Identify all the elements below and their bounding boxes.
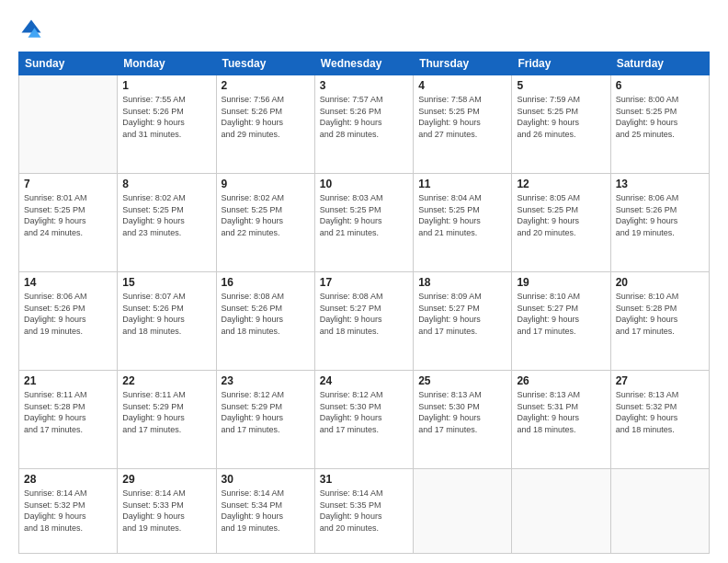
day-info: Sunrise: 8:08 AM Sunset: 5:27 PM Dayligh…	[320, 291, 408, 337]
day-info: Sunrise: 7:58 AM Sunset: 5:25 PM Dayligh…	[418, 94, 506, 140]
calendar-cell: 11Sunrise: 8:04 AM Sunset: 5:25 PM Dayli…	[414, 174, 512, 272]
calendar-cell	[512, 469, 610, 554]
day-number: 9	[222, 178, 310, 190]
day-number: 8	[122, 178, 210, 190]
day-info: Sunrise: 7:59 AM Sunset: 5:25 PM Dayligh…	[517, 94, 605, 140]
day-info: Sunrise: 8:14 AM Sunset: 5:34 PM Dayligh…	[222, 488, 310, 534]
day-info: Sunrise: 8:08 AM Sunset: 5:26 PM Dayligh…	[222, 291, 310, 337]
day-info: Sunrise: 7:56 AM Sunset: 5:26 PM Dayligh…	[222, 94, 310, 140]
day-info: Sunrise: 8:10 AM Sunset: 5:28 PM Dayligh…	[616, 291, 704, 337]
day-info: Sunrise: 8:02 AM Sunset: 5:25 PM Dayligh…	[222, 192, 310, 238]
day-number: 13	[616, 178, 704, 190]
calendar-cell: 4Sunrise: 7:58 AM Sunset: 5:25 PM Daylig…	[414, 75, 512, 174]
day-number: 14	[24, 276, 112, 289]
calendar-cell: 6Sunrise: 8:00 AM Sunset: 5:25 PM Daylig…	[610, 75, 709, 174]
calendar-header-wednesday: Wednesday	[314, 52, 413, 75]
day-info: Sunrise: 7:57 AM Sunset: 5:26 PM Dayligh…	[320, 94, 408, 140]
day-number: 2	[222, 79, 310, 92]
calendar-header-friday: Friday	[512, 52, 610, 75]
svg-marker-0	[22, 20, 41, 33]
day-number: 31	[320, 473, 408, 486]
day-info: Sunrise: 8:07 AM Sunset: 5:26 PM Dayligh…	[122, 291, 210, 337]
day-number: 3	[320, 79, 408, 92]
calendar-cell: 10Sunrise: 8:03 AM Sunset: 5:25 PM Dayli…	[314, 174, 413, 272]
calendar-cell: 21Sunrise: 8:11 AM Sunset: 5:28 PM Dayli…	[19, 371, 118, 469]
calendar-cell: 30Sunrise: 8:14 AM Sunset: 5:34 PM Dayli…	[216, 469, 314, 554]
calendar-cell: 22Sunrise: 8:11 AM Sunset: 5:29 PM Dayli…	[118, 371, 216, 469]
calendar-cell: 8Sunrise: 8:02 AM Sunset: 5:25 PM Daylig…	[118, 174, 216, 272]
calendar-cell: 28Sunrise: 8:14 AM Sunset: 5:32 PM Dayli…	[19, 469, 118, 554]
day-info: Sunrise: 8:13 AM Sunset: 5:32 PM Dayligh…	[616, 389, 704, 435]
day-info: Sunrise: 8:02 AM Sunset: 5:25 PM Dayligh…	[122, 192, 210, 238]
day-number: 7	[24, 178, 112, 190]
calendar-cell: 3Sunrise: 7:57 AM Sunset: 5:26 PM Daylig…	[314, 75, 413, 174]
day-number: 1	[122, 79, 210, 92]
calendar-cell: 5Sunrise: 7:59 AM Sunset: 5:25 PM Daylig…	[512, 75, 610, 174]
day-number: 18	[418, 276, 506, 289]
calendar-cell: 2Sunrise: 7:56 AM Sunset: 5:26 PM Daylig…	[216, 75, 314, 174]
calendar-cell: 13Sunrise: 8:06 AM Sunset: 5:26 PM Dayli…	[610, 174, 709, 272]
day-info: Sunrise: 8:04 AM Sunset: 5:25 PM Dayligh…	[418, 192, 506, 238]
calendar-week-4: 28Sunrise: 8:14 AM Sunset: 5:32 PM Dayli…	[19, 469, 710, 554]
day-number: 23	[222, 374, 310, 387]
calendar-cell: 31Sunrise: 8:14 AM Sunset: 5:35 PM Dayli…	[314, 469, 413, 554]
day-info: Sunrise: 8:09 AM Sunset: 5:27 PM Dayligh…	[418, 291, 506, 337]
day-number: 12	[517, 178, 605, 190]
day-number: 20	[616, 276, 704, 289]
calendar-cell: 24Sunrise: 8:12 AM Sunset: 5:30 PM Dayli…	[314, 371, 413, 469]
day-info: Sunrise: 8:06 AM Sunset: 5:26 PM Dayligh…	[24, 291, 112, 337]
calendar-cell: 7Sunrise: 8:01 AM Sunset: 5:25 PM Daylig…	[19, 174, 118, 272]
day-number: 4	[418, 79, 506, 92]
calendar-week-2: 14Sunrise: 8:06 AM Sunset: 5:26 PM Dayli…	[19, 272, 710, 371]
day-number: 5	[517, 79, 605, 92]
day-info: Sunrise: 8:12 AM Sunset: 5:30 PM Dayligh…	[320, 389, 408, 435]
day-info: Sunrise: 8:01 AM Sunset: 5:25 PM Dayligh…	[24, 192, 112, 238]
calendar-cell: 20Sunrise: 8:10 AM Sunset: 5:28 PM Dayli…	[610, 272, 709, 371]
day-info: Sunrise: 8:03 AM Sunset: 5:25 PM Dayligh…	[320, 192, 408, 238]
calendar-header-monday: Monday	[118, 52, 216, 75]
calendar-cell	[19, 75, 118, 174]
calendar-cell: 29Sunrise: 8:14 AM Sunset: 5:33 PM Dayli…	[118, 469, 216, 554]
calendar-cell: 1Sunrise: 7:55 AM Sunset: 5:26 PM Daylig…	[118, 75, 216, 174]
day-number: 25	[418, 374, 506, 387]
calendar-cell: 16Sunrise: 8:08 AM Sunset: 5:26 PM Dayli…	[216, 272, 314, 371]
day-info: Sunrise: 8:14 AM Sunset: 5:32 PM Dayligh…	[24, 488, 112, 534]
calendar-cell: 23Sunrise: 8:12 AM Sunset: 5:29 PM Dayli…	[216, 371, 314, 469]
day-number: 28	[24, 473, 112, 486]
day-info: Sunrise: 8:13 AM Sunset: 5:31 PM Dayligh…	[517, 389, 605, 435]
day-number: 30	[222, 473, 310, 486]
day-info: Sunrise: 8:11 AM Sunset: 5:28 PM Dayligh…	[24, 389, 112, 435]
day-info: Sunrise: 8:06 AM Sunset: 5:26 PM Dayligh…	[616, 192, 704, 238]
calendar-cell: 15Sunrise: 8:07 AM Sunset: 5:26 PM Dayli…	[118, 272, 216, 371]
logo-icon	[18, 17, 44, 42]
day-number: 22	[122, 374, 210, 387]
calendar-cell: 9Sunrise: 8:02 AM Sunset: 5:25 PM Daylig…	[216, 174, 314, 272]
calendar-week-0: 1Sunrise: 7:55 AM Sunset: 5:26 PM Daylig…	[19, 75, 710, 174]
calendar-cell: 27Sunrise: 8:13 AM Sunset: 5:32 PM Dayli…	[610, 371, 709, 469]
day-number: 16	[222, 276, 310, 289]
calendar-cell: 17Sunrise: 8:08 AM Sunset: 5:27 PM Dayli…	[314, 272, 413, 371]
day-number: 21	[24, 374, 112, 387]
calendar-cell: 19Sunrise: 8:10 AM Sunset: 5:27 PM Dayli…	[512, 272, 610, 371]
day-info: Sunrise: 8:00 AM Sunset: 5:25 PM Dayligh…	[616, 94, 704, 140]
calendar-week-3: 21Sunrise: 8:11 AM Sunset: 5:28 PM Dayli…	[19, 371, 710, 469]
calendar-header-row: SundayMondayTuesdayWednesdayThursdayFrid…	[19, 52, 710, 75]
header	[18, 17, 710, 42]
day-number: 29	[122, 473, 210, 486]
day-info: Sunrise: 8:12 AM Sunset: 5:29 PM Dayligh…	[222, 389, 310, 435]
calendar-cell	[414, 469, 512, 554]
day-number: 17	[320, 276, 408, 289]
calendar-header-sunday: Sunday	[19, 52, 118, 75]
day-info: Sunrise: 7:55 AM Sunset: 5:26 PM Dayligh…	[122, 94, 210, 140]
calendar-cell: 25Sunrise: 8:13 AM Sunset: 5:30 PM Dayli…	[414, 371, 512, 469]
calendar-cell: 12Sunrise: 8:05 AM Sunset: 5:25 PM Dayli…	[512, 174, 610, 272]
calendar-header-saturday: Saturday	[610, 52, 709, 75]
calendar-header-tuesday: Tuesday	[216, 52, 314, 75]
calendar-cell: 18Sunrise: 8:09 AM Sunset: 5:27 PM Dayli…	[414, 272, 512, 371]
calendar-cell	[610, 469, 709, 554]
calendar-table: SundayMondayTuesdayWednesdayThursdayFrid…	[18, 52, 710, 554]
page: SundayMondayTuesdayWednesdayThursdayFrid…	[0, 0, 728, 563]
calendar-week-1: 7Sunrise: 8:01 AM Sunset: 5:25 PM Daylig…	[19, 174, 710, 272]
day-number: 11	[418, 178, 506, 190]
calendar-cell: 26Sunrise: 8:13 AM Sunset: 5:31 PM Dayli…	[512, 371, 610, 469]
